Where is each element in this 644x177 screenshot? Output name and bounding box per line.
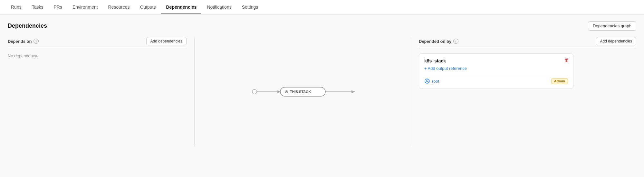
depends-on-info-icon[interactable]: i [34,39,39,44]
admin-badge: Admin [551,78,568,84]
dependencies-graph-button[interactable]: Dependencies graph [588,21,636,31]
dep-card-user-left: root [424,78,439,84]
main-layout: Depends on i Add dependencies No depende… [8,37,636,146]
delete-dependency-button[interactable]: 🗑 [564,58,569,63]
card-divider [424,75,568,75]
depended-on-by-title: Depended on by i [419,39,458,44]
tab-outputs[interactable]: Outputs [135,1,160,14]
depended-on-by-header: Depended on by i Add dependencies [419,37,636,49]
dependency-diagram: ⊛ THIS STACK [248,82,358,101]
tab-dependencies[interactable]: Dependencies [161,1,201,14]
tab-settings[interactable]: Settings [237,1,263,14]
dep-card-user-row: root Admin [424,78,568,84]
depended-on-by-info-icon[interactable]: i [453,39,458,44]
depends-on-title: Depends on i [8,39,39,44]
dependency-card: k8s_stack + Add output reference root [419,53,573,89]
diagram-pane: ⊛ THIS STACK [195,37,411,146]
tab-prs[interactable]: PRs [49,1,66,14]
user-icon [424,78,430,84]
tab-environment[interactable]: Environment [68,1,102,14]
depended-on-by-pane: Depended on by i Add dependencies k8s_st… [411,37,636,146]
svg-text:⊛: ⊛ [285,89,288,94]
page-header: Dependencies Dependencies graph [8,21,636,31]
depends-on-add-button[interactable]: Add dependencies [146,37,187,45]
svg-point-0 [252,89,257,94]
tab-resources[interactable]: Resources [104,1,134,14]
depended-on-by-label: Depended on by [419,39,451,44]
depends-on-label: Depends on [8,39,32,44]
top-nav: Runs Tasks PRs Environment Resources Out… [0,0,644,15]
add-output-reference-link[interactable]: + Add output reference [424,66,568,71]
depended-on-by-add-button[interactable]: Add dependencies [596,37,636,45]
svg-text:THIS STACK: THIS STACK [290,90,311,94]
tab-runs[interactable]: Runs [6,1,26,14]
depends-on-header: Depends on i Add dependencies [8,37,187,49]
tab-notifications[interactable]: Notifications [202,1,236,14]
no-dependency-text: No dependency. [8,53,187,58]
svg-point-7 [427,80,428,81]
page-content: Dependencies Dependencies graph Depends … [0,15,644,153]
tab-tasks[interactable]: Tasks [27,1,48,14]
page-title: Dependencies [8,23,47,29]
dep-card-name: k8s_stack [424,58,568,63]
depends-on-pane: Depends on i Add dependencies No depende… [8,37,195,146]
dep-card-user-name: root [432,79,439,84]
